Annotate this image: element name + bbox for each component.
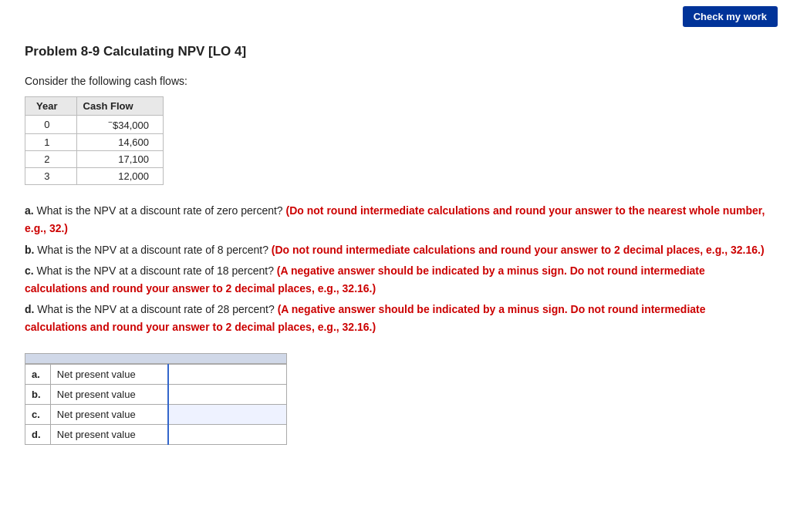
year-cell: 1: [25, 134, 77, 151]
answer-label-c: Net present value: [50, 404, 168, 424]
answer-input-cell-c[interactable]: [168, 404, 286, 424]
intro-text: Consider the following cash flows:: [25, 75, 765, 87]
year-cell: 0: [25, 116, 77, 134]
question-a-letter: a.: [25, 204, 34, 217]
top-bar: Check my work: [0, 0, 790, 30]
question-d: d. What is the NPV at a discount rate of…: [25, 301, 765, 336]
answer-input-b[interactable]: [175, 389, 280, 400]
question-c-text: What is the NPV at a discount rate of 18…: [37, 264, 277, 277]
answer-table: a. Net present value b. Net present valu…: [25, 364, 287, 445]
answer-row-a: a. Net present value: [25, 364, 287, 384]
check-my-work-button[interactable]: Check my work: [683, 6, 778, 27]
answer-section: a. Net present value b. Net present valu…: [25, 353, 765, 445]
answer-row-d: d. Net present value: [25, 424, 287, 444]
answer-row-b: b. Net present value: [25, 384, 287, 404]
question-c: c. What is the NPV at a discount rate of…: [25, 262, 765, 298]
answer-table-header: [25, 353, 287, 364]
answer-label-a: Net present value: [50, 364, 168, 384]
answer-input-cell-b[interactable]: [168, 384, 286, 404]
answer-letter-c: c.: [25, 404, 51, 424]
cashflow-col-header: Cash Flow: [76, 97, 163, 116]
cashflow-row-0: 0 −$34,000: [25, 116, 164, 134]
cashflow-cell: −$34,000: [76, 116, 163, 134]
cashflow-table: Year Cash Flow 0 −$34,000 1 14,600 2 17,…: [25, 96, 164, 185]
cashflow-cell: 12,000: [76, 168, 163, 185]
main-content: Problem 8-9 Calculating NPV [LO 4] Consi…: [0, 30, 790, 463]
answer-letter-d: d.: [25, 424, 51, 444]
question-d-text: What is the NPV at a discount rate of 28…: [37, 303, 277, 315]
answer-input-cell-d[interactable]: [168, 424, 286, 444]
cashflow-row-2: 2 17,100: [25, 151, 164, 168]
answer-label-b: Net present value: [50, 384, 168, 404]
question-a: a. What is the NPV at a discount rate of…: [25, 202, 765, 237]
answer-input-d[interactable]: [175, 429, 280, 440]
answer-row-c: c. Net present value: [25, 404, 287, 424]
answer-input-c[interactable]: [175, 409, 280, 420]
problem-title: Problem 8-9 Calculating NPV [LO 4]: [25, 44, 765, 59]
question-b-text: What is the NPV at a discount rate of 8 …: [37, 244, 272, 256]
cashflow-cell: 14,600: [76, 134, 163, 151]
answer-input-a[interactable]: [175, 369, 280, 380]
answer-input-cell-a[interactable]: [168, 364, 286, 384]
cashflow-row-3: 3 12,000: [25, 168, 164, 185]
question-a-text: What is the NPV at a discount rate of ze…: [37, 204, 286, 217]
answer-letter-b: b.: [25, 384, 51, 404]
year-cell: 3: [25, 168, 77, 185]
question-d-letter: d.: [25, 303, 34, 315]
question-b: b. What is the NPV at a discount rate of…: [25, 241, 765, 259]
cashflow-cell: 17,100: [76, 151, 163, 168]
cashflow-row-1: 1 14,600: [25, 134, 164, 151]
year-col-header: Year: [25, 97, 77, 116]
answer-letter-a: a.: [25, 364, 51, 384]
question-c-letter: c.: [25, 264, 34, 277]
answer-label-d: Net present value: [50, 424, 168, 444]
year-cell: 2: [25, 151, 77, 168]
question-b-letter: b.: [25, 244, 34, 256]
questions-section: a. What is the NPV at a discount rate of…: [25, 202, 765, 336]
question-b-note: (Do not round intermediate calculations …: [272, 244, 765, 256]
